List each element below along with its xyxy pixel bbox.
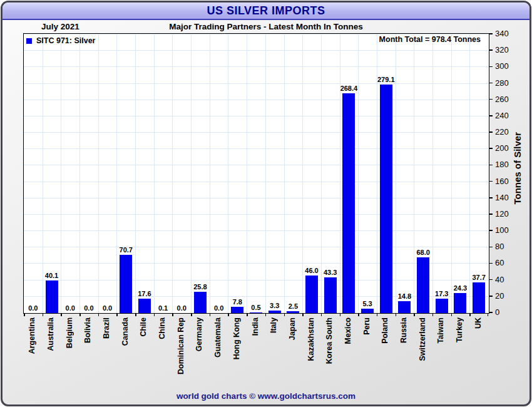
y-tick-mark: [489, 83, 493, 84]
x-category-label: Taiwan: [436, 317, 447, 343]
y-tick-mark: [489, 230, 493, 231]
x-gridline: [79, 34, 80, 313]
x-category-label: Turkey: [455, 317, 466, 343]
x-category-label: Mexico: [344, 317, 354, 344]
y-tick-mark: [489, 181, 493, 182]
bar: [380, 85, 392, 313]
x-category-label: Korea South: [325, 317, 335, 364]
x-category-label: Argentina: [28, 317, 38, 354]
y-tick-label: 120: [495, 209, 516, 219]
bar-value-label: 40.1: [36, 272, 68, 279]
y-tick-mark: [489, 263, 493, 264]
y-tick-label: 340: [495, 29, 516, 39]
bar-value-label: 268.4: [333, 85, 364, 92]
x-gridline: [135, 34, 136, 313]
x-tick-mark: [414, 313, 415, 316]
x-category-label: India: [251, 317, 262, 336]
y-tick-mark: [489, 148, 493, 149]
x-category-label: Poland: [381, 317, 391, 344]
x-gridline: [432, 34, 433, 313]
x-category-label: Italy: [269, 317, 280, 333]
y-tick-mark: [489, 115, 493, 116]
title-bar: US SILVER IMPORTS: [3, 3, 529, 20]
x-gridline: [284, 34, 285, 313]
y-tick-label: 40: [495, 275, 516, 285]
y-gridline: [24, 66, 489, 67]
bar: [342, 93, 355, 313]
bar-value-label: 0.0: [166, 304, 197, 312]
x-category-label: Kazakhstan: [307, 317, 317, 361]
x-tick-mark: [43, 313, 44, 316]
x-category-label: Canada: [121, 317, 131, 346]
bar-value-label: 43.3: [315, 269, 346, 276]
bar-value-label: 37.7: [463, 274, 494, 281]
bar-value-label: 17.6: [129, 290, 160, 297]
x-tick-mark: [396, 313, 397, 316]
x-tick-mark: [228, 313, 229, 316]
bar: [305, 276, 318, 313]
footer-credit: world gold charts © www.goldchartsrus.co…: [3, 391, 529, 401]
x-category-label: Hong Kong: [232, 317, 243, 359]
x-tick-mark: [284, 313, 285, 316]
x-gridline: [154, 34, 155, 313]
x-gridline: [358, 34, 359, 313]
y-gridline: [24, 182, 489, 182]
y-gridline: [24, 116, 489, 116]
y-tick-label: 100: [495, 225, 516, 235]
bar-value-label: 24.3: [444, 284, 476, 292]
bar-value-label: 0.0: [92, 304, 123, 312]
x-tick-mark: [247, 313, 248, 316]
x-tick-mark: [358, 313, 359, 316]
x-tick-mark: [135, 313, 136, 316]
bar-value-label: 70.7: [110, 246, 141, 254]
bar: [361, 309, 374, 313]
x-tick-mark: [116, 313, 118, 316]
x-category-label: China: [158, 317, 168, 339]
y-tick-label: 320: [495, 45, 516, 55]
x-tick-mark: [154, 313, 155, 316]
x-tick-mark: [79, 313, 81, 316]
x-tick-mark: [24, 313, 25, 316]
y-gridline: [24, 148, 489, 149]
legend-label: SITC 971: Silver: [36, 36, 96, 45]
x-gridline: [191, 34, 192, 313]
y-gridline: [24, 198, 489, 198]
chart-subtitle: Major Trading Partners - Latest Month In…: [3, 22, 529, 31]
plot-area: 0204060801001201401601802002202402602803…: [23, 33, 489, 314]
month-total-annotation: Month Total = 978.4 Tonnes: [379, 35, 481, 44]
x-tick-mark: [451, 313, 453, 316]
bar: [269, 311, 281, 313]
x-gridline: [469, 34, 470, 313]
x-tick-mark: [210, 313, 211, 316]
x-tick-mark: [191, 313, 192, 316]
bar-value-label: 25.8: [185, 283, 216, 291]
y-tick-label: 20: [495, 291, 516, 301]
x-gridline: [172, 34, 173, 313]
y-tick-mark: [489, 165, 493, 166]
x-category-label: Dominican Rep: [176, 317, 187, 374]
y-tick-mark: [489, 247, 493, 248]
subtitle-bar: July 2021 Major Trading Partners - Lates…: [3, 21, 529, 33]
bar-value-label: 0.0: [18, 304, 49, 312]
y-gridline: [24, 100, 489, 100]
y-tick-mark: [489, 33, 493, 34]
y-tick-mark: [489, 197, 493, 198]
x-tick-mark: [265, 313, 267, 316]
y-gridline: [24, 132, 489, 133]
x-category-label: Chile: [139, 317, 150, 337]
x-category-label: Germany: [195, 317, 205, 351]
y-tick-label: 300: [495, 61, 516, 71]
bar: [398, 301, 411, 313]
x-category-label: Bolivia: [83, 317, 94, 343]
y-tick-mark: [489, 66, 493, 68]
y-tick-label: 260: [495, 95, 516, 105]
x-category-label: Russia: [399, 317, 410, 343]
y-gridline: [24, 83, 489, 84]
x-gridline: [228, 34, 228, 313]
x-gridline: [451, 34, 452, 313]
y-tick-label: 0: [495, 307, 516, 317]
bar-value-label: 2.5: [277, 302, 309, 310]
x-gridline: [116, 34, 117, 313]
x-gridline: [265, 34, 266, 313]
y-tick-mark: [489, 214, 493, 215]
